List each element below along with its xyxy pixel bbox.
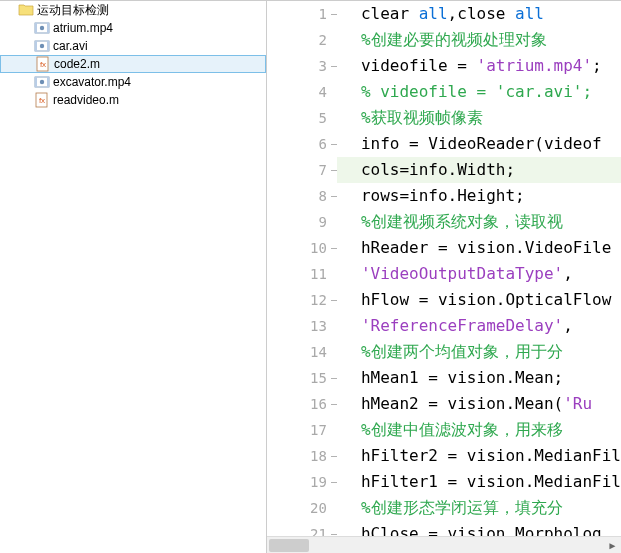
section-dash-icon: –: [329, 131, 339, 157]
code-text[interactable]: hFilter2 = vision.MedianFil: [337, 443, 621, 469]
code-line[interactable]: 1–clear all,close all: [267, 1, 621, 27]
section-dash-icon: –: [329, 469, 339, 495]
code-line[interactable]: 17%创建中值滤波对象，用来移: [267, 417, 621, 443]
code-text[interactable]: % videofile = 'car.avi';: [337, 79, 621, 105]
line-number: 21–: [267, 521, 337, 536]
file-item-car-avi[interactable]: car.avi: [0, 37, 266, 55]
line-number: 12–: [267, 287, 337, 313]
file-name: atrium.mp4: [53, 21, 113, 35]
file-item-readvideo-m[interactable]: fxreadvideo.m: [0, 91, 266, 109]
code-line[interactable]: 10–hReader = vision.VideoFile: [267, 235, 621, 261]
code-text[interactable]: hMean1 = vision.Mean;: [337, 365, 621, 391]
code-line[interactable]: 11 'VideoOutputDataType',: [267, 261, 621, 287]
svg-text:fx: fx: [39, 96, 45, 105]
svg-rect-11: [35, 77, 37, 87]
file-name: code2.m: [54, 57, 100, 71]
code-text[interactable]: cols=info.Width;: [337, 157, 621, 183]
line-number: 10–: [267, 235, 337, 261]
code-text[interactable]: 'ReferenceFrameDelay',: [337, 313, 621, 339]
code-text[interactable]: %创建必要的视频处理对象: [337, 27, 621, 53]
code-line[interactable]: 12–hFlow = vision.OpticalFlow: [267, 287, 621, 313]
code-text[interactable]: hMean2 = vision.Mean('Ru: [337, 391, 621, 417]
code-line[interactable]: 7–cols=info.Width;: [267, 157, 621, 183]
code-line[interactable]: 5%获取视频帧像素: [267, 105, 621, 131]
code-text[interactable]: info = VideoReader(videof: [337, 131, 621, 157]
code-line[interactable]: 2%创建必要的视频处理对象: [267, 27, 621, 53]
code-line[interactable]: 19–hFilter1 = vision.MedianFil: [267, 469, 621, 495]
code-text[interactable]: %创建形态学闭运算，填充分: [337, 495, 621, 521]
section-dash-icon: –: [329, 521, 339, 536]
code-line[interactable]: 3–videofile = 'atrium.mp4';: [267, 53, 621, 79]
line-number: 9: [267, 209, 337, 235]
mfile-icon: fx: [35, 56, 51, 72]
code-line[interactable]: 16–hMean2 = vision.Mean('Ru: [267, 391, 621, 417]
code-line[interactable]: 8–rows=info.Height;: [267, 183, 621, 209]
code-editor[interactable]: 1–clear all,close all2%创建必要的视频处理对象3–vide…: [267, 1, 621, 553]
horizontal-scrollbar[interactable]: ◄ ►: [267, 536, 621, 553]
code-text[interactable]: hReader = vision.VideoFile: [337, 235, 621, 261]
line-number: 18–: [267, 443, 337, 469]
line-number: 1–: [267, 1, 337, 27]
code-text[interactable]: %获取视频帧像素: [337, 105, 621, 131]
section-dash-icon: –: [329, 157, 339, 183]
file-name: readvideo.m: [53, 93, 119, 107]
file-item-excavator-mp4[interactable]: excavator.mp4: [0, 73, 266, 91]
mfile-icon: fx: [34, 92, 50, 108]
editor-content[interactable]: 1–clear all,close all2%创建必要的视频处理对象3–vide…: [267, 1, 621, 536]
scroll-thumb[interactable]: [269, 539, 309, 552]
line-number: 6–: [267, 131, 337, 157]
code-line[interactable]: 6–info = VideoReader(videof: [267, 131, 621, 157]
code-text[interactable]: %创建两个均值对象，用于分: [337, 339, 621, 365]
code-text[interactable]: 'VideoOutputDataType',: [337, 261, 621, 287]
code-text[interactable]: rows=info.Height;: [337, 183, 621, 209]
video-icon: [34, 38, 50, 54]
code-line[interactable]: 9%创建视频系统对象，读取视: [267, 209, 621, 235]
svg-rect-6: [47, 41, 49, 51]
line-number: 2: [267, 27, 337, 53]
code-line[interactable]: 20%创建形态学闭运算，填充分: [267, 495, 621, 521]
section-dash-icon: –: [329, 443, 339, 469]
file-item-atrium-mp4[interactable]: atrium.mp4: [0, 19, 266, 37]
folder-name: 运动目标检测: [37, 2, 109, 19]
svg-rect-12: [47, 77, 49, 87]
line-number: 14: [267, 339, 337, 365]
line-number: 11: [267, 261, 337, 287]
code-text[interactable]: %创建中值滤波对象，用来移: [337, 417, 621, 443]
code-line[interactable]: 13 'ReferenceFrameDelay',: [267, 313, 621, 339]
svg-rect-2: [47, 23, 49, 33]
section-dash-icon: –: [329, 183, 339, 209]
code-line[interactable]: 21–hClose = vision.Morpholog: [267, 521, 621, 536]
file-item-code2-m[interactable]: fxcode2.m: [0, 55, 266, 73]
svg-point-13: [40, 80, 44, 84]
video-icon: [34, 74, 50, 90]
code-text[interactable]: %创建视频系统对象，读取视: [337, 209, 621, 235]
section-dash-icon: –: [329, 391, 339, 417]
line-number: 4: [267, 79, 337, 105]
code-line[interactable]: 4% videofile = 'car.avi';: [267, 79, 621, 105]
line-number: 15–: [267, 365, 337, 391]
line-number: 5: [267, 105, 337, 131]
file-name: excavator.mp4: [53, 75, 131, 89]
code-text[interactable]: videofile = 'atrium.mp4';: [337, 53, 621, 79]
line-number: 19–: [267, 469, 337, 495]
svg-point-3: [40, 26, 44, 30]
code-text[interactable]: clear all,close all: [337, 1, 621, 27]
svg-rect-5: [35, 41, 37, 51]
code-line[interactable]: 14%创建两个均值对象，用于分: [267, 339, 621, 365]
code-line[interactable]: 18–hFilter2 = vision.MedianFil: [267, 443, 621, 469]
video-icon: [34, 20, 50, 36]
section-dash-icon: –: [329, 1, 339, 27]
app-root: 运动目标检测 atrium.mp4car.avifxcode2.mexcavat…: [0, 0, 621, 553]
scroll-right-arrow[interactable]: ►: [604, 537, 621, 553]
file-browser: 运动目标检测 atrium.mp4car.avifxcode2.mexcavat…: [0, 1, 267, 553]
code-text[interactable]: hFilter1 = vision.MedianFil: [337, 469, 621, 495]
section-dash-icon: –: [329, 53, 339, 79]
folder-row[interactable]: 运动目标检测: [0, 1, 266, 19]
line-number: 16–: [267, 391, 337, 417]
code-text[interactable]: hFlow = vision.OpticalFlow: [337, 287, 621, 313]
code-line[interactable]: 15–hMean1 = vision.Mean;: [267, 365, 621, 391]
line-number: 3–: [267, 53, 337, 79]
section-dash-icon: –: [329, 365, 339, 391]
file-name: car.avi: [53, 39, 88, 53]
code-text[interactable]: hClose = vision.Morpholog: [337, 521, 621, 536]
